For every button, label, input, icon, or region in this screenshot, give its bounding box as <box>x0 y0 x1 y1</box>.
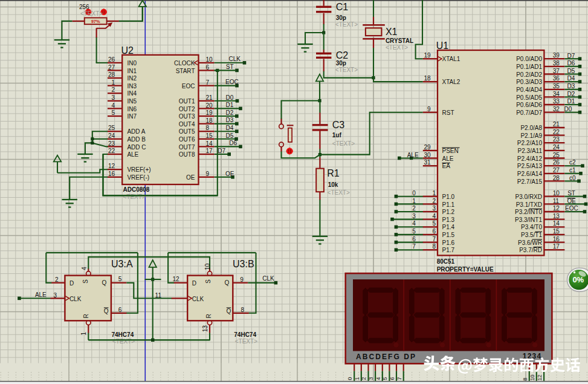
svg-text:R1: R1 <box>327 168 340 178</box>
svg-text:27: 27 <box>108 64 115 71</box>
svg-text:IN3: IN3 <box>127 83 137 89</box>
svg-text:30p: 30p <box>336 60 346 67</box>
svg-text:74HC74: 74HC74 <box>234 331 256 338</box>
svg-text:97%: 97% <box>91 19 100 24</box>
svg-text:30: 30 <box>424 152 431 158</box>
svg-text:OE: OE <box>225 171 234 177</box>
svg-text:5: 5 <box>118 276 122 282</box>
svg-text:D0: D0 <box>226 94 234 101</box>
svg-text:D4: D4 <box>226 125 234 131</box>
svg-text:EOC: EOC <box>182 83 195 89</box>
svg-text:24: 24 <box>108 132 115 139</box>
svg-text:1: 1 <box>432 190 436 197</box>
svg-text:29: 29 <box>424 144 431 151</box>
svg-text:Q: Q <box>224 279 229 286</box>
svg-text:1: 1 <box>354 377 360 380</box>
svg-text:4: 4 <box>82 267 88 270</box>
svg-text:28: 28 <box>553 175 560 181</box>
svg-text:ALE: ALE <box>407 152 419 158</box>
svg-text:34: 34 <box>553 91 560 97</box>
svg-text:OUT2: OUT2 <box>179 106 195 112</box>
svg-text:8: 8 <box>432 243 436 250</box>
svg-text:P3.6/WR: P3.6/WR <box>518 239 542 246</box>
svg-text:EOC: EOC <box>565 205 578 212</box>
svg-text:0: 0 <box>412 190 416 197</box>
svg-text:P1.7: P1.7 <box>442 247 455 253</box>
svg-text:IN0: IN0 <box>127 60 137 67</box>
svg-text:<TEXT>: <TEXT> <box>112 338 135 345</box>
svg-text:18: 18 <box>206 117 213 124</box>
svg-text:D5: D5 <box>226 132 234 139</box>
svg-text:ABCDEFG DP: ABCDEFG DP <box>356 353 416 361</box>
svg-text:P3.4/T0: P3.4/T0 <box>521 224 542 230</box>
svg-text:IN7: IN7 <box>127 113 137 120</box>
svg-text:1: 1 <box>111 79 115 86</box>
svg-text:23: 23 <box>108 140 115 147</box>
svg-text:OUT3: OUT3 <box>179 113 195 120</box>
svg-text:P1.0: P1.0 <box>442 194 455 200</box>
svg-text:ST: ST <box>226 63 234 70</box>
svg-text:P0.3/AD3: P0.3/AD3 <box>516 79 542 85</box>
svg-text:ALE: ALE <box>127 151 138 158</box>
svg-text:1uf: 1uf <box>332 132 342 138</box>
svg-text:10: 10 <box>529 374 535 380</box>
svg-text:<TEXT>: <TEXT> <box>80 10 103 17</box>
svg-text:OUT7: OUT7 <box>179 144 195 151</box>
svg-text:START: START <box>176 68 195 74</box>
svg-text:P2.5/A13: P2.5/A13 <box>517 163 543 169</box>
svg-text:0%: 0% <box>572 275 584 284</box>
svg-text:P0.7/AD7: P0.7/AD7 <box>516 109 542 116</box>
svg-text:7: 7 <box>206 79 210 86</box>
svg-text:256: 256 <box>79 4 89 10</box>
svg-text:PSEN: PSEN <box>442 148 459 154</box>
svg-text:6: 6 <box>118 307 122 313</box>
svg-text:2: 2 <box>55 276 59 283</box>
svg-text:D7: D7 <box>567 53 575 59</box>
svg-text:P1.4: P1.4 <box>442 224 455 230</box>
svg-text:32: 32 <box>553 106 560 112</box>
svg-text:9: 9 <box>240 276 244 283</box>
svg-text:6: 6 <box>412 236 416 242</box>
svg-text:D3: D3 <box>567 83 575 89</box>
svg-text:<TEXT>: <TEXT> <box>335 67 358 73</box>
svg-text:ST: ST <box>567 190 575 197</box>
svg-text:12: 12 <box>172 276 179 282</box>
svg-text:IN2: IN2 <box>127 75 137 82</box>
svg-text:19: 19 <box>206 109 213 116</box>
svg-text:3: 3 <box>53 292 57 299</box>
svg-text:OUT5: OUT5 <box>179 128 195 135</box>
svg-text:P2.3/A11: P2.3/A11 <box>518 148 543 154</box>
svg-text:D: D <box>192 280 196 287</box>
svg-text:13: 13 <box>202 325 208 333</box>
svg-text:D1: D1 <box>226 102 234 108</box>
svg-text:19: 19 <box>424 52 431 59</box>
svg-text:CLK: CLK <box>192 296 204 302</box>
svg-text:S: S <box>82 279 89 284</box>
svg-text:6: 6 <box>389 377 395 380</box>
svg-text:<TEXT>: <TEXT> <box>335 21 358 28</box>
svg-text:25: 25 <box>553 152 560 158</box>
svg-text:15: 15 <box>206 132 213 139</box>
svg-text:21: 21 <box>553 121 560 128</box>
svg-text:D0: D0 <box>564 106 572 112</box>
svg-text:37: 37 <box>553 68 560 74</box>
svg-text:ADD B: ADD B <box>127 136 146 143</box>
svg-text:17: 17 <box>553 243 560 250</box>
svg-text:3: 3 <box>412 213 416 220</box>
svg-text:20: 20 <box>206 102 213 109</box>
svg-text:3: 3 <box>111 94 115 101</box>
svg-text:OUT1: OUT1 <box>179 98 195 105</box>
svg-text:ALE: ALE <box>35 291 47 298</box>
svg-text:P3.1/TXD: P3.1/TXD <box>516 201 542 208</box>
svg-text:5: 5 <box>382 377 388 380</box>
svg-text:11: 11 <box>155 292 162 299</box>
svg-text:P0.0/AD0: P0.0/AD0 <box>516 56 542 62</box>
svg-text:P0.2/AD2: P0.2/AD2 <box>516 71 542 78</box>
svg-text:IN5: IN5 <box>127 98 137 105</box>
svg-text:CLK: CLK <box>69 296 82 302</box>
svg-text:6: 6 <box>432 228 436 235</box>
svg-text:ADD C: ADD C <box>127 144 146 151</box>
svg-text:P3.5/T1: P3.5/T1 <box>521 232 542 238</box>
svg-text:12: 12 <box>553 205 560 212</box>
svg-text:8: 8 <box>241 307 245 313</box>
